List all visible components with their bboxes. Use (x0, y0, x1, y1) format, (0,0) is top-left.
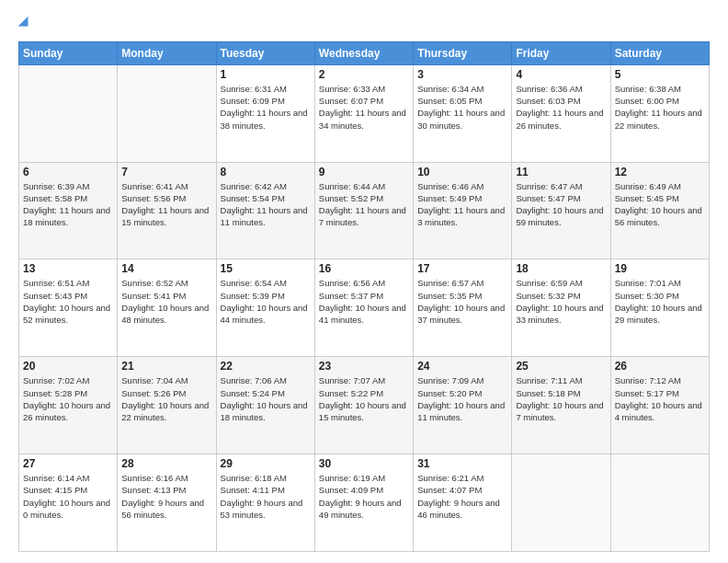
day-number: 20 (23, 360, 113, 373)
calendar-cell: 17Sunrise: 6:57 AM Sunset: 5:35 PM Dayli… (414, 259, 512, 357)
day-number: 5 (615, 68, 705, 81)
day-info: Sunrise: 6:42 AM Sunset: 5:54 PM Dayligh… (221, 180, 311, 229)
day-info: Sunrise: 6:44 AM Sunset: 5:52 PM Dayligh… (319, 180, 409, 229)
day-info: Sunrise: 6:46 AM Sunset: 5:49 PM Dayligh… (417, 180, 507, 229)
header: ◢ (18, 15, 710, 32)
calendar-cell: 8Sunrise: 6:42 AM Sunset: 5:54 PM Daylig… (216, 162, 314, 259)
calendar-cell: 19Sunrise: 7:01 AM Sunset: 5:30 PM Dayli… (610, 259, 709, 357)
day-info: Sunrise: 6:38 AM Sunset: 6:00 PM Dayligh… (615, 83, 705, 132)
day-number: 21 (121, 360, 211, 373)
day-number: 6 (23, 166, 113, 178)
day-number: 18 (516, 262, 606, 275)
calendar-week-row: 13Sunrise: 6:51 AM Sunset: 5:43 PM Dayli… (19, 259, 710, 357)
calendar-cell (512, 454, 610, 552)
calendar-cell: 14Sunrise: 6:52 AM Sunset: 5:41 PM Dayli… (118, 259, 216, 357)
day-number: 10 (417, 166, 507, 178)
weekday-header-sunday: Sunday (19, 41, 118, 64)
day-number: 23 (319, 360, 409, 373)
day-number: 26 (615, 360, 705, 373)
day-number: 31 (417, 457, 507, 470)
day-info: Sunrise: 6:16 AM Sunset: 4:13 PM Dayligh… (121, 472, 211, 521)
day-number: 12 (615, 166, 705, 178)
calendar-cell: 29Sunrise: 6:18 AM Sunset: 4:11 PM Dayli… (216, 454, 314, 552)
weekday-header-friday: Friday (512, 41, 610, 64)
day-number: 16 (319, 262, 409, 275)
day-info: Sunrise: 7:12 AM Sunset: 5:17 PM Dayligh… (615, 374, 705, 423)
day-number: 13 (23, 262, 113, 275)
day-number: 9 (319, 166, 409, 178)
page: ◢ SundayMondayTuesdayWednesdayThursdayFr… (0, 0, 728, 563)
day-info: Sunrise: 6:34 AM Sunset: 6:05 PM Dayligh… (417, 83, 507, 132)
calendar-cell: 2Sunrise: 6:33 AM Sunset: 6:07 PM Daylig… (314, 64, 413, 162)
calendar-cell: 4Sunrise: 6:36 AM Sunset: 6:03 PM Daylig… (512, 64, 610, 162)
day-info: Sunrise: 7:01 AM Sunset: 5:30 PM Dayligh… (615, 277, 705, 326)
day-number: 30 (319, 457, 409, 470)
day-info: Sunrise: 6:59 AM Sunset: 5:32 PM Dayligh… (516, 277, 606, 326)
day-number: 25 (516, 360, 606, 373)
day-info: Sunrise: 6:54 AM Sunset: 5:39 PM Dayligh… (221, 277, 311, 326)
logo: ◢ (18, 15, 28, 32)
calendar-cell: 11Sunrise: 6:47 AM Sunset: 5:47 PM Dayli… (512, 162, 610, 259)
calendar-table: SundayMondayTuesdayWednesdayThursdayFrid… (18, 41, 710, 552)
day-number: 24 (417, 360, 507, 373)
calendar-cell: 5Sunrise: 6:38 AM Sunset: 6:00 PM Daylig… (610, 64, 709, 162)
calendar-cell: 26Sunrise: 7:12 AM Sunset: 5:17 PM Dayli… (610, 357, 709, 454)
day-number: 29 (221, 457, 311, 470)
calendar-cell (118, 64, 216, 162)
day-number: 14 (121, 262, 211, 275)
day-info: Sunrise: 7:09 AM Sunset: 5:20 PM Dayligh… (417, 374, 507, 423)
calendar-cell: 12Sunrise: 6:49 AM Sunset: 5:45 PM Dayli… (610, 162, 709, 259)
day-number: 3 (417, 68, 507, 81)
calendar-cell: 13Sunrise: 6:51 AM Sunset: 5:43 PM Dayli… (19, 259, 118, 357)
calendar-cell: 20Sunrise: 7:02 AM Sunset: 5:28 PM Dayli… (19, 357, 118, 454)
calendar-cell: 21Sunrise: 7:04 AM Sunset: 5:26 PM Dayli… (118, 357, 216, 454)
weekday-header-monday: Monday (118, 41, 216, 64)
day-number: 17 (417, 262, 507, 275)
day-info: Sunrise: 7:11 AM Sunset: 5:18 PM Dayligh… (516, 374, 606, 423)
calendar-cell: 28Sunrise: 6:16 AM Sunset: 4:13 PM Dayli… (118, 454, 216, 552)
calendar-week-row: 27Sunrise: 6:14 AM Sunset: 4:15 PM Dayli… (19, 454, 710, 552)
day-number: 15 (221, 262, 311, 275)
day-number: 1 (221, 68, 311, 81)
day-info: Sunrise: 6:39 AM Sunset: 5:58 PM Dayligh… (23, 180, 113, 229)
day-info: Sunrise: 6:56 AM Sunset: 5:37 PM Dayligh… (319, 277, 409, 326)
calendar-cell: 6Sunrise: 6:39 AM Sunset: 5:58 PM Daylig… (19, 162, 118, 259)
calendar-cell: 23Sunrise: 7:07 AM Sunset: 5:22 PM Dayli… (314, 357, 413, 454)
calendar-cell: 27Sunrise: 6:14 AM Sunset: 4:15 PM Dayli… (19, 454, 118, 552)
day-info: Sunrise: 6:33 AM Sunset: 6:07 PM Dayligh… (319, 83, 409, 132)
day-info: Sunrise: 6:31 AM Sunset: 6:09 PM Dayligh… (221, 83, 311, 132)
day-info: Sunrise: 6:47 AM Sunset: 5:47 PM Dayligh… (516, 180, 606, 229)
day-number: 8 (221, 166, 311, 178)
calendar-week-row: 1Sunrise: 6:31 AM Sunset: 6:09 PM Daylig… (19, 64, 710, 162)
day-info: Sunrise: 7:06 AM Sunset: 5:24 PM Dayligh… (221, 374, 311, 423)
day-info: Sunrise: 6:51 AM Sunset: 5:43 PM Dayligh… (23, 277, 113, 326)
calendar-cell: 31Sunrise: 6:21 AM Sunset: 4:07 PM Dayli… (414, 454, 512, 552)
calendar-header-row: SundayMondayTuesdayWednesdayThursdayFrid… (19, 41, 710, 64)
calendar-cell: 25Sunrise: 7:11 AM Sunset: 5:18 PM Dayli… (512, 357, 610, 454)
calendar-cell: 7Sunrise: 6:41 AM Sunset: 5:56 PM Daylig… (118, 162, 216, 259)
day-info: Sunrise: 6:14 AM Sunset: 4:15 PM Dayligh… (23, 472, 113, 521)
day-info: Sunrise: 6:52 AM Sunset: 5:41 PM Dayligh… (121, 277, 211, 326)
day-number: 7 (121, 166, 211, 178)
weekday-header-tuesday: Tuesday (216, 41, 314, 64)
day-info: Sunrise: 6:41 AM Sunset: 5:56 PM Dayligh… (121, 180, 211, 229)
calendar-cell: 3Sunrise: 6:34 AM Sunset: 6:05 PM Daylig… (414, 64, 512, 162)
day-info: Sunrise: 6:18 AM Sunset: 4:11 PM Dayligh… (221, 472, 311, 521)
calendar-cell: 16Sunrise: 6:56 AM Sunset: 5:37 PM Dayli… (314, 259, 413, 357)
logo-bird-icon: ◢ (18, 14, 28, 28)
calendar-cell (610, 454, 709, 552)
day-number: 11 (516, 166, 606, 178)
calendar-cell (19, 64, 118, 162)
day-info: Sunrise: 7:07 AM Sunset: 5:22 PM Dayligh… (319, 374, 409, 423)
day-number: 2 (319, 68, 409, 81)
day-number: 27 (23, 457, 113, 470)
day-info: Sunrise: 7:04 AM Sunset: 5:26 PM Dayligh… (121, 374, 211, 423)
day-info: Sunrise: 7:02 AM Sunset: 5:28 PM Dayligh… (23, 374, 113, 423)
day-number: 22 (221, 360, 311, 373)
calendar-cell: 18Sunrise: 6:59 AM Sunset: 5:32 PM Dayli… (512, 259, 610, 357)
weekday-header-saturday: Saturday (610, 41, 709, 64)
day-info: Sunrise: 6:49 AM Sunset: 5:45 PM Dayligh… (615, 180, 705, 229)
day-info: Sunrise: 6:21 AM Sunset: 4:07 PM Dayligh… (417, 472, 507, 521)
calendar-cell: 22Sunrise: 7:06 AM Sunset: 5:24 PM Dayli… (216, 357, 314, 454)
calendar-cell: 1Sunrise: 6:31 AM Sunset: 6:09 PM Daylig… (216, 64, 314, 162)
